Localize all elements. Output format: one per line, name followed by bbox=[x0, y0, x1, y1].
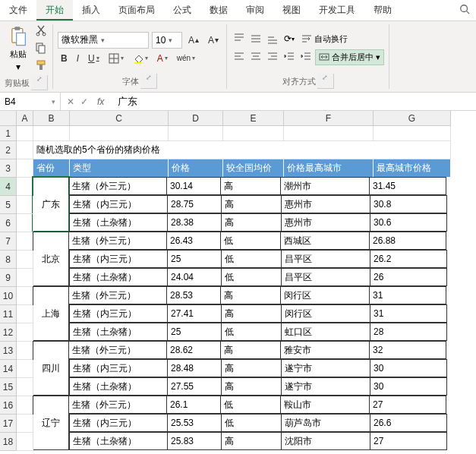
cell[interactable] bbox=[17, 141, 33, 159]
type-cell[interactable]: 生猪（土杂猪） bbox=[69, 323, 168, 341]
align-right-button[interactable] bbox=[265, 50, 280, 64]
cell[interactable] bbox=[17, 305, 33, 323]
city-cell[interactable]: 雅安市 bbox=[280, 341, 370, 359]
fx-icon[interactable]: fx bbox=[94, 96, 107, 107]
type-cell[interactable]: 生猪（内三元） bbox=[69, 195, 168, 213]
compare-cell[interactable]: 低 bbox=[221, 414, 282, 432]
tab-data[interactable]: 数据 bbox=[200, 0, 237, 20]
cell[interactable] bbox=[17, 232, 33, 251]
cell[interactable] bbox=[33, 126, 70, 141]
city-price-cell[interactable]: 30.6 bbox=[370, 213, 447, 232]
price-cell[interactable]: 28.48 bbox=[167, 359, 222, 377]
increase-indent-button[interactable] bbox=[298, 50, 314, 64]
row-header-11[interactable]: 11 bbox=[0, 305, 17, 323]
tab-file[interactable]: 文件 bbox=[0, 0, 36, 20]
price-cell[interactable]: 30.14 bbox=[166, 177, 221, 195]
price-cell[interactable]: 28.75 bbox=[167, 195, 222, 213]
wrap-text-button[interactable]: 自动换行 bbox=[298, 32, 351, 46]
cell[interactable] bbox=[284, 126, 374, 141]
tab-review[interactable]: 审阅 bbox=[237, 0, 273, 20]
compare-cell[interactable]: 低 bbox=[221, 250, 282, 268]
cell[interactable] bbox=[17, 378, 33, 396]
merge-center-button[interactable]: 合并后居中▾ bbox=[315, 49, 384, 65]
align-center-button[interactable] bbox=[248, 50, 263, 64]
cell[interactable] bbox=[17, 214, 33, 232]
price-cell[interactable]: 26.43 bbox=[166, 232, 221, 250]
cell[interactable] bbox=[17, 287, 33, 305]
city-price-cell[interactable]: 31 bbox=[369, 286, 446, 304]
fill-color-button[interactable]: ▾ bbox=[130, 52, 151, 65]
price-cell[interactable]: 28.62 bbox=[166, 341, 221, 359]
city-cell[interactable]: 昌平区 bbox=[281, 250, 370, 268]
compare-cell[interactable]: 高 bbox=[220, 286, 281, 304]
type-cell[interactable]: 生猪（内三元） bbox=[69, 304, 168, 323]
col-header-F[interactable]: F bbox=[284, 111, 374, 126]
col-header-C[interactable]: C bbox=[70, 111, 169, 126]
type-cell[interactable]: 生猪（土杂猪） bbox=[69, 377, 168, 396]
compare-cell[interactable]: 高 bbox=[221, 304, 282, 323]
font-name-combo[interactable]: 微软雅黑▾ bbox=[58, 32, 149, 49]
type-cell[interactable]: 生猪（内三元） bbox=[69, 359, 168, 377]
cell[interactable] bbox=[17, 251, 33, 269]
row-header-7[interactable]: 7 bbox=[0, 232, 17, 251]
row-header-3[interactable]: 3 bbox=[0, 159, 17, 178]
tab-view[interactable]: 视图 bbox=[273, 0, 310, 20]
cell[interactable] bbox=[17, 342, 33, 360]
city-price-cell[interactable]: 26.2 bbox=[370, 250, 447, 268]
name-box[interactable]: B4▾ bbox=[0, 93, 61, 110]
city-cell[interactable]: 遂宁市 bbox=[281, 359, 370, 377]
cell[interactable] bbox=[17, 159, 33, 178]
city-price-cell[interactable]: 32 bbox=[369, 341, 446, 359]
copy-button[interactable] bbox=[35, 42, 47, 56]
cell[interactable] bbox=[17, 269, 33, 287]
city-cell[interactable]: 沈阳市 bbox=[281, 432, 370, 450]
row-header-16[interactable]: 16 bbox=[0, 396, 17, 415]
row-header-17[interactable]: 17 bbox=[0, 415, 17, 433]
phonetic-button[interactable]: wén▾ bbox=[174, 52, 198, 64]
table-header[interactable]: 省份 bbox=[33, 159, 70, 178]
border-button[interactable]: ▾ bbox=[106, 52, 127, 65]
cell[interactable] bbox=[70, 126, 169, 141]
tab-page-layout[interactable]: 页面布局 bbox=[109, 0, 164, 20]
align-left-button[interactable] bbox=[232, 50, 247, 64]
dialog-launcher-icon[interactable]: ⤢ bbox=[31, 75, 48, 90]
cell[interactable] bbox=[17, 396, 33, 415]
city-price-cell[interactable]: 26.88 bbox=[369, 232, 446, 250]
compare-cell[interactable]: 高 bbox=[221, 432, 282, 450]
compare-cell[interactable]: 低 bbox=[221, 268, 282, 286]
cell[interactable] bbox=[17, 323, 33, 342]
compare-cell[interactable]: 低 bbox=[220, 232, 281, 250]
type-cell[interactable]: 生猪（内三元） bbox=[69, 414, 168, 432]
row-header-2[interactable]: 2 bbox=[0, 141, 17, 159]
type-cell[interactable]: 生猪（外三元） bbox=[68, 232, 167, 250]
cell[interactable] bbox=[374, 126, 451, 141]
cell[interactable] bbox=[223, 126, 284, 141]
city-cell[interactable]: 鞍山市 bbox=[280, 396, 370, 414]
city-price-cell[interactable]: 27 bbox=[369, 396, 446, 414]
table-header[interactable]: 较全国均价 bbox=[223, 159, 284, 178]
price-cell[interactable]: 27.55 bbox=[167, 377, 222, 396]
row-header-4[interactable]: 4 bbox=[0, 178, 17, 196]
city-cell[interactable]: 闵行区 bbox=[280, 286, 370, 304]
compare-cell[interactable]: 高 bbox=[221, 195, 282, 213]
compare-cell[interactable]: 低 bbox=[220, 396, 281, 414]
tab-formula[interactable]: 公式 bbox=[164, 0, 200, 20]
type-cell[interactable]: 生猪（外三元） bbox=[68, 177, 167, 195]
table-header[interactable]: 价格 bbox=[169, 159, 223, 178]
city-price-cell[interactable]: 31.45 bbox=[369, 177, 446, 195]
city-cell[interactable]: 昌平区 bbox=[281, 268, 370, 286]
row-header-12[interactable]: 12 bbox=[0, 323, 17, 342]
row-header-15[interactable]: 15 bbox=[0, 378, 17, 396]
city-price-cell[interactable]: 31 bbox=[370, 304, 447, 323]
tab-help[interactable]: 帮助 bbox=[364, 0, 401, 20]
bold-button[interactable]: B bbox=[58, 52, 71, 65]
price-cell[interactable]: 28.53 bbox=[166, 286, 221, 304]
row-header-1[interactable]: 1 bbox=[0, 126, 17, 141]
select-all-corner[interactable] bbox=[0, 111, 17, 126]
type-cell[interactable]: 生猪（土杂猪） bbox=[69, 213, 168, 232]
col-header-A[interactable]: A bbox=[17, 111, 33, 126]
paste-button[interactable]: 粘贴 ▾ bbox=[5, 24, 32, 74]
accept-formula-icon[interactable]: ✓ bbox=[80, 96, 88, 107]
city-cell[interactable]: 闵行区 bbox=[281, 304, 370, 323]
price-cell[interactable]: 25 bbox=[167, 250, 222, 268]
